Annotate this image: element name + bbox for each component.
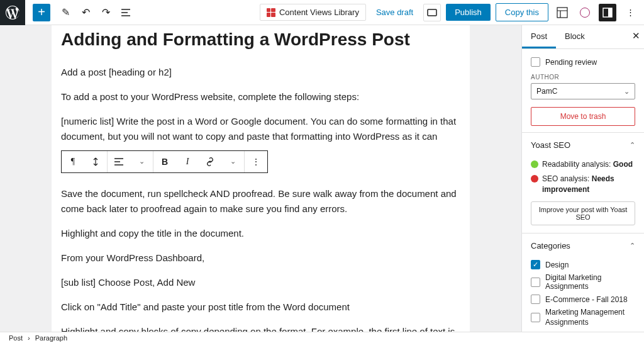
category-row[interactable]: ✓ Design [531,258,635,271]
save-draft-link[interactable]: Save draft [371,4,418,20]
status-bad-icon [531,175,538,183]
chevron-down-icon: ⌄ [624,87,630,96]
close-sidebar-icon[interactable]: ✕ [632,30,640,42]
improve-yoast-button[interactable]: Improve your post with Yoast SEO [531,201,635,225]
yoast-panel-title: Yoast SEO [531,140,570,150]
copy-button[interactable]: Copy this [496,3,548,21]
breadcrumb: Post › Paragraph [0,332,644,343]
add-block-button[interactable]: + [33,4,50,21]
paragraph-block[interactable]: From your WordPress Dashboard, [61,250,460,266]
block-toolbar: ¶ ⌄ B I ⌄ ⋮ [61,150,268,173]
author-select[interactable]: PamC ⌄ [531,83,635,99]
breadcrumb-separator-icon: › [28,334,30,342]
category-row[interactable]: Digital Marketing Assignments [531,271,635,293]
link-button[interactable] [199,150,221,173]
more-block-options-icon[interactable]: ⋮ [245,150,267,173]
paragraph-block[interactable]: Highlight and copy the title in the docu… [61,226,460,241]
tab-post[interactable]: Post [522,25,556,48]
checkbox-checked-icon[interactable]: ✓ [531,260,540,269]
align-chevron-down-icon[interactable]: ⌄ [130,150,153,173]
breadcrumb-root[interactable]: Post [9,334,23,342]
redo-icon[interactable]: ↷ [96,3,116,23]
paragraph-block-icon[interactable]: ¶ [62,150,84,173]
yoast-icon[interactable] [576,4,594,21]
content-views-button[interactable]: Content Views Library [260,4,366,21]
edit-mode-icon[interactable]: ✎ [55,3,75,23]
svg-rect-1 [557,8,567,18]
wordpress-logo[interactable] [0,0,25,25]
svg-rect-0 [428,9,436,16]
details-icon[interactable] [116,3,136,23]
undo-icon[interactable]: ↶ [75,3,96,23]
categories-title: Categories [531,241,570,250]
category-label: Marketing Management Assignments [545,308,635,327]
editor-canvas-area: Adding and Formatting a WordPress Post A… [0,25,521,333]
category-label: Design [545,261,569,269]
move-to-trash-button[interactable]: Move to trash [531,107,635,126]
content-views-label: Content Views Library [279,8,359,17]
category-row[interactable]: E-Commerce - Fall 2018 [531,293,635,306]
checkbox-icon[interactable] [531,295,540,304]
paragraph-block[interactable]: Add a post [heading or h2] [61,65,460,80]
author-label: AUTHOR [531,74,635,81]
align-icon[interactable] [108,150,130,173]
author-value: PamC [536,87,557,96]
italic-button[interactable]: I [176,150,199,173]
seo-analysis-row: SEO analysis: Needs improvement [531,172,635,197]
category-label: E-Commerce - Fall 2018 [545,295,628,304]
tab-block[interactable]: Block [556,25,594,48]
pending-review-label: Pending review [545,58,597,67]
category-row[interactable]: Marketing Management Assignments [531,306,635,329]
svg-rect-3 [608,8,612,17]
format-chevron-down-icon[interactable]: ⌄ [221,150,244,173]
post-title[interactable]: Adding and Formatting a WordPress Post [61,25,460,55]
yoast-panel-header[interactable]: Yoast SEO ⌃ [522,133,644,157]
chevron-up-icon: ⌃ [630,242,635,250]
readability-row: Readability analysis: Good [531,157,635,172]
category-label: Digital Marketing Assignments [545,273,635,291]
paragraph-block[interactable]: [numeric list] Write the post in a Word … [61,114,460,144]
categories-panel-header[interactable]: Categories ⌃ [522,233,644,258]
paragraph-block[interactable]: To add a post to your WordPress website,… [61,89,460,104]
grid-icon [267,8,275,17]
checkbox-icon[interactable] [531,313,540,322]
top-toolbar: + ✎ ↶ ↷ Content Views Library Save draft… [0,0,644,25]
transform-icon[interactable] [84,150,107,173]
pending-review-row[interactable]: Pending review [531,55,635,69]
chevron-up-icon: ⌃ [630,141,635,149]
preview-button[interactable] [423,4,441,21]
checkbox-icon[interactable] [531,278,540,287]
breadcrumb-current[interactable]: Paragraph [35,334,67,342]
paragraph-block[interactable]: [sub list] Choose Post, Add New [61,275,460,290]
more-options-icon[interactable]: ⋮ [621,4,639,21]
sidebar-tabs: Post Block ✕ [522,25,644,49]
settings-sidebar-toggle[interactable] [599,4,616,21]
publish-button[interactable]: Publish [446,4,491,21]
paragraph-block[interactable]: Click on "Add Title" and paste your post… [61,300,460,315]
settings-sidebar: Post Block ✕ Pending review AUTHOR PamC … [521,25,644,333]
checkbox-icon[interactable] [531,57,540,67]
template-icon[interactable] [553,4,571,21]
status-good-icon [531,160,538,168]
post-canvas[interactable]: Adding and Formatting a WordPress Post A… [52,25,470,333]
paragraph-block[interactable]: Save the document, run spellcheck AND pr… [61,186,460,216]
bold-button[interactable]: B [153,150,176,173]
